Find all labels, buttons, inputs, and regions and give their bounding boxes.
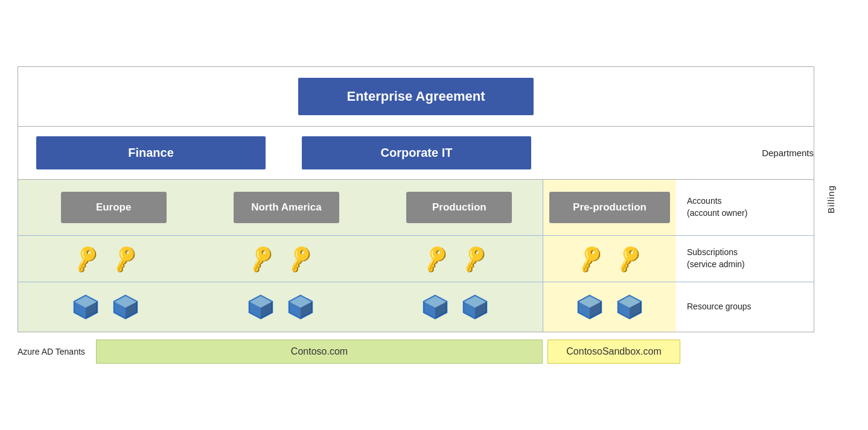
key-icon-1: 🔑 <box>70 243 102 274</box>
preprod-subs: 🔑 🔑 <box>543 236 676 282</box>
resource-green <box>18 282 543 332</box>
departments-label: Departments <box>762 148 814 158</box>
tenant-sandbox: ContosoSandbox.com <box>547 340 680 364</box>
accounts-right-label: Accounts(account owner) <box>676 180 773 235</box>
ea-row: Enterprise Agreement <box>18 67 814 127</box>
dept-boxes: Finance Corporate IT <box>36 136 744 169</box>
key-icon-4: 🔑 <box>284 243 316 274</box>
cube-icon-7 <box>576 293 604 321</box>
billing-label-text: Billing <box>826 185 836 213</box>
production-col: Production <box>376 192 543 223</box>
prod-subs: 🔑 🔑 <box>368 247 543 271</box>
tenants-label: Azure AD Tenants <box>18 347 96 356</box>
cube-icon-5 <box>421 293 449 321</box>
main-diagram: Enterprise Agreement Finance Corporate I… <box>18 66 850 364</box>
subscriptions-row: 🔑 🔑 🔑 🔑 🔑 <box>18 236 814 282</box>
key-icon-2: 🔑 <box>109 243 141 274</box>
cube-icon-6 <box>461 293 489 321</box>
cube-icon-8 <box>616 293 643 321</box>
tenants-row: Azure AD Tenants Contoso.com ContosoSand… <box>18 332 850 364</box>
preprod-resources <box>543 282 676 332</box>
billing-border: Enterprise Agreement Finance Corporate I… <box>18 66 814 332</box>
resource-label-text: Resource groups <box>687 301 752 313</box>
diagram-wrapper: Enterprise Agreement Finance Corporate I… <box>18 54 850 376</box>
key-icon-6: 🔑 <box>459 243 491 274</box>
accounts-green: Europe North America Production <box>18 180 543 235</box>
account-production: Production <box>406 192 512 223</box>
key-icon-7: 🔑 <box>574 243 606 274</box>
key-icon-5: 🔑 <box>420 243 452 274</box>
accounts-yellow: Pre-production <box>543 180 676 235</box>
account-europe: Europe <box>61 192 167 223</box>
account-preprod: Pre-production <box>549 192 670 223</box>
key-icon-8: 🔑 <box>613 243 645 274</box>
accounts-row: Europe North America Production <box>18 180 814 236</box>
resource-right-label: Resource groups <box>676 282 773 332</box>
europe-col: Europe <box>30 192 197 223</box>
tenant-contoso: Contoso.com <box>96 340 543 364</box>
key-icon-3: 🔑 <box>245 243 277 274</box>
resource-row: Resource groups <box>18 282 814 332</box>
dept-finance: Finance <box>36 136 266 169</box>
europe-subs: 🔑 🔑 <box>18 247 193 271</box>
north-resources <box>193 293 368 321</box>
cube-icon-3 <box>247 293 275 321</box>
subscriptions-label-text: Subscriptions(service admin) <box>687 247 745 270</box>
dept-corporate-it: Corporate IT <box>302 136 531 169</box>
account-north-america: North America <box>234 192 339 223</box>
north-subs: 🔑 🔑 <box>193 247 368 271</box>
cube-icon-2 <box>112 293 139 321</box>
subscriptions-green: 🔑 🔑 🔑 🔑 🔑 <box>18 236 543 282</box>
ea-box: Enterprise Agreement <box>298 78 533 115</box>
content-area: Europe North America Production <box>18 180 814 332</box>
subscriptions-right-label: Subscriptions(service admin) <box>676 236 773 282</box>
prod-resources <box>368 293 543 321</box>
europe-resources <box>18 293 193 321</box>
accounts-label-text: Accounts(account owner) <box>687 195 747 219</box>
zones-area: Europe North America Production <box>18 180 814 332</box>
cube-icon-1 <box>72 293 100 321</box>
departments-row: Finance Corporate IT Departments <box>18 127 814 180</box>
billing-label-container: Billing <box>814 67 847 332</box>
north-america-col: North America <box>203 192 369 223</box>
cube-icon-4 <box>287 293 314 321</box>
